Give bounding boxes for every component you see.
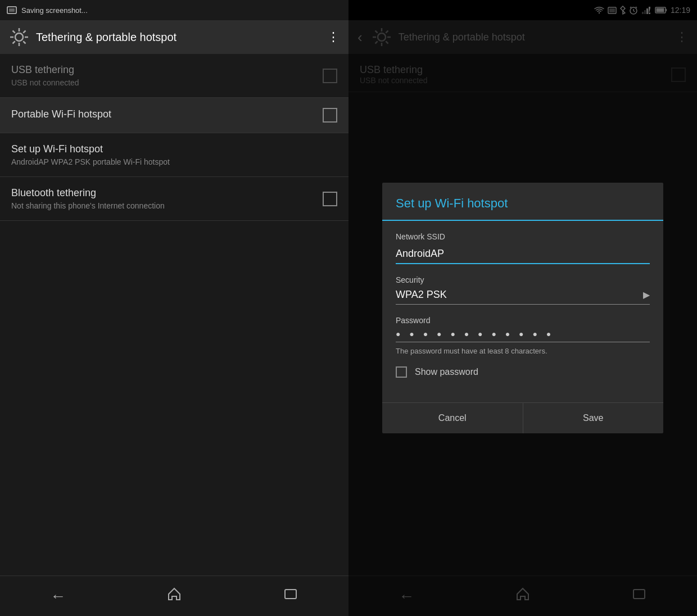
security-label: Security xyxy=(396,275,650,284)
wifi-hotspot-dialog: Set up Wi-Fi hotspot Network SSID Securi… xyxy=(382,183,663,433)
home-icon-left[interactable] xyxy=(166,586,182,606)
bluetooth-tethering-content: Bluetooth tethering Not sharing this pho… xyxy=(11,187,323,210)
security-select[interactable]: WPA2 PSK ▶ xyxy=(396,289,650,305)
svg-point-2 xyxy=(15,33,23,41)
svg-rect-1 xyxy=(9,8,15,12)
setup-wifi-content: Set up Wi-Fi hotspot AndroidAP WPA2 PSK … xyxy=(11,143,337,166)
usb-tethering-subtitle: USB not connected xyxy=(11,78,323,87)
usb-tethering-title: USB tethering xyxy=(11,64,323,76)
security-arrow-icon: ▶ xyxy=(643,289,650,300)
cancel-button[interactable]: Cancel xyxy=(382,403,523,433)
svg-line-7 xyxy=(13,31,15,33)
svg-rect-11 xyxy=(285,590,296,599)
nav-bar-left: ← xyxy=(0,576,348,616)
settings-list-left: USB tethering USB not connected Portable… xyxy=(0,54,348,576)
dialog-buttons: Cancel Save xyxy=(382,402,663,433)
password-label: Password xyxy=(396,316,650,325)
svg-line-8 xyxy=(23,41,25,43)
bluetooth-tethering-title: Bluetooth tethering xyxy=(11,187,323,199)
status-bar-left: Saving screenshot... xyxy=(0,0,348,20)
setup-wifi-subtitle: AndroidAP WPA2 PSK portable Wi-Fi hotspo… xyxy=(11,157,337,166)
svg-line-10 xyxy=(13,41,15,43)
usb-tethering-checkbox xyxy=(323,69,337,83)
password-dots[interactable]: ● ● ● ● ● ● ● ● ● ● ● ● xyxy=(396,329,650,338)
app-bar-left: Tethering & portable hotspot ⋮ xyxy=(0,20,348,54)
password-wrapper: ● ● ● ● ● ● ● ● ● ● ● ● xyxy=(396,329,650,342)
ssid-input[interactable] xyxy=(396,246,650,263)
portable-wifi-item[interactable]: Portable Wi-Fi hotspot xyxy=(0,98,348,133)
dialog-title: Set up Wi-Fi hotspot xyxy=(382,183,663,221)
show-password-row[interactable]: Show password xyxy=(396,366,650,378)
portable-wifi-checkbox[interactable] xyxy=(323,108,337,123)
notification-text: Saving screenshot... xyxy=(21,6,88,15)
show-password-label: Show password xyxy=(415,367,478,377)
screenshot-icon xyxy=(7,6,17,14)
security-value: WPA2 PSK xyxy=(396,289,447,301)
app-bar-title-left: Tethering & portable hotspot xyxy=(36,31,320,44)
dialog-overlay: Set up Wi-Fi hotspot Network SSID Securi… xyxy=(348,0,697,616)
setup-wifi-title: Set up Wi-Fi hotspot xyxy=(11,143,337,155)
bluetooth-tethering-item[interactable]: Bluetooth tethering Not sharing this pho… xyxy=(0,177,348,221)
save-button[interactable]: Save xyxy=(523,403,664,433)
dialog-body: Network SSID Security WPA2 PSK ▶ Passwor… xyxy=(382,221,663,393)
svg-line-9 xyxy=(23,31,25,33)
bluetooth-tethering-subtitle: Not sharing this phone's Internet connec… xyxy=(11,201,323,210)
show-password-checkbox[interactable] xyxy=(396,366,407,378)
portable-wifi-content: Portable Wi-Fi hotspot xyxy=(11,108,323,123)
gear-icon-left xyxy=(9,27,29,47)
recent-icon-left[interactable] xyxy=(283,587,298,605)
portable-wifi-title: Portable Wi-Fi hotspot xyxy=(11,108,323,120)
setup-wifi-item[interactable]: Set up Wi-Fi hotspot AndroidAP WPA2 PSK … xyxy=(0,133,348,177)
bluetooth-tethering-checkbox[interactable] xyxy=(323,192,337,206)
back-icon-left[interactable]: ← xyxy=(50,587,66,605)
ssid-input-wrapper xyxy=(396,246,650,264)
usb-tethering-item[interactable]: USB tethering USB not connected xyxy=(0,54,348,98)
usb-tethering-content: USB tethering USB not connected xyxy=(11,64,323,87)
more-options-icon-left[interactable]: ⋮ xyxy=(327,30,340,44)
password-hint: The password must have at least 8 charac… xyxy=(396,347,650,355)
left-panel: Saving screenshot... Tethering & portabl… xyxy=(0,0,348,616)
right-panel: 12:19 ‹ Tethering & portable hotspot ⋮ U xyxy=(348,0,697,616)
ssid-label: Network SSID xyxy=(396,232,650,241)
